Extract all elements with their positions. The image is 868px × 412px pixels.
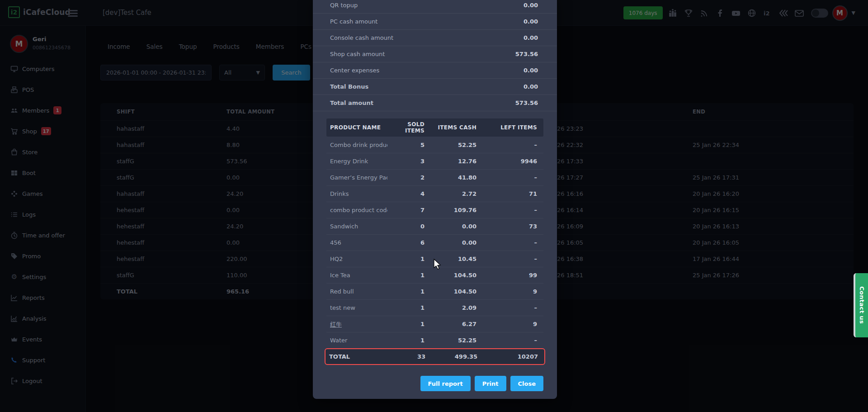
summary-value: 0.00 (524, 83, 538, 90)
cell-product-name: HQ2 (326, 256, 387, 262)
summary-row: Console cash amount 0.00 (313, 30, 557, 46)
product-row: Water 1 52.25 – (326, 332, 543, 348)
product-row: Sandwich 0 0.00 73 (326, 218, 543, 234)
product-row: Red bull 1 104.50 9 (326, 283, 543, 299)
summary-row: QR topup 0.00 (313, 0, 557, 14)
cell-product-name: Red bull (326, 288, 387, 295)
cell-sold: 7 (387, 207, 428, 213)
cell-cash: 52.25 (428, 142, 480, 148)
summary-label: Center expenses (330, 67, 379, 74)
cell-product-name: Water (326, 337, 387, 344)
print-button[interactable]: Print (475, 376, 506, 391)
cell-sold: 1 (387, 337, 428, 344)
cell-left: 9 (480, 321, 543, 327)
cell-product-name: Gamer’s Energy Pack (326, 174, 387, 181)
cell-sold: 0 (387, 223, 428, 230)
cell-sold: 5 (387, 142, 428, 148)
cell-sold: 3 (387, 158, 428, 165)
cell-left: – (480, 174, 543, 181)
product-row: HQ2 1 10.45 – (326, 251, 543, 267)
close-button[interactable]: Close (510, 376, 543, 391)
cell-cash: 0.00 (428, 223, 480, 230)
summary-row: Center expenses 0.00 (313, 62, 557, 79)
total-sold: 33 (388, 353, 429, 360)
product-row: test new 1 2.09 – (326, 299, 543, 316)
total-left: 10207 (481, 353, 544, 360)
cell-left: – (480, 256, 543, 262)
col-header-sold-items: SOLD ITEMS (387, 121, 428, 134)
contact-us-label: Contact us (859, 286, 865, 324)
product-total-row-highlighted: TOTAL 33 499.35 10207 (325, 348, 545, 365)
product-table-body: Combo drink product code 5 52.25 – Energ… (326, 137, 543, 348)
summary-label: QR topup (330, 2, 358, 9)
cell-product-name: 红牛 (326, 320, 387, 328)
cell-left: 71 (480, 190, 543, 197)
cell-left: – (480, 207, 543, 213)
product-row: combo product code 7 109.76 – (326, 202, 543, 218)
summary-value: 573.56 (515, 51, 538, 57)
summary-value: 573.56 (515, 99, 538, 106)
product-table-header: PRODUCT NAME SOLD ITEMS ITEMS CASH LEFT … (326, 118, 543, 137)
cell-product-name: Sandwich (326, 223, 387, 230)
product-row: 红牛 1 6.27 9 (326, 316, 543, 332)
cell-cash: 104.50 (428, 288, 480, 295)
cell-cash: 2.72 (428, 190, 480, 197)
product-row: Ice Tea 1 104.50 99 (326, 267, 543, 283)
summary-row: Total amount 573.56 (313, 95, 557, 111)
total-label: TOTAL (326, 353, 388, 360)
cell-cash: 41.80 (428, 174, 480, 181)
summary-label: Console cash amount (330, 34, 393, 41)
cell-sold: 6 (387, 239, 428, 246)
cell-left: – (480, 239, 543, 246)
cell-product-name: 456 (326, 239, 387, 246)
summary-label: Shop cash amount (330, 51, 385, 57)
cell-product-name: test new (326, 304, 387, 311)
cell-sold: 1 (387, 256, 428, 262)
cell-left: – (480, 337, 543, 344)
cell-sold: 4 (387, 190, 428, 197)
contact-us-tab[interactable]: Contact us (854, 273, 868, 337)
cell-sold: 1 (387, 304, 428, 311)
cell-sold: 1 (387, 272, 428, 279)
cell-left: 9 (480, 288, 543, 295)
summary-value: 0.00 (524, 18, 538, 25)
summary-value: 0.00 (524, 34, 538, 41)
cell-cash: 52.25 (428, 337, 480, 344)
summary-value: 0.00 (524, 2, 538, 9)
product-row: Gamer’s Energy Pack 2 41.80 – (326, 169, 543, 185)
cell-left: – (480, 142, 543, 148)
product-row: Drinks 4 2.72 71 (326, 185, 543, 202)
app-root: i2 iCafeCloud [dev]Test Cafe 1076 days (0, 0, 868, 412)
cell-left: 73 (480, 223, 543, 230)
summary-row: PC cash amount 0.00 (313, 14, 557, 30)
summary-label: PC cash amount (330, 18, 377, 25)
cell-left: 9946 (480, 158, 543, 165)
summary-row: Total Bonus 0.00 (313, 79, 557, 95)
product-table: PRODUCT NAME SOLD ITEMS ITEMS CASH LEFT … (326, 118, 543, 365)
product-row: 456 6 0.00 – (326, 234, 543, 251)
cell-product-name: Energy Drink (326, 158, 387, 165)
col-header-items-cash: ITEMS CASH (428, 124, 480, 131)
modal-summary: QR topup 0.00 PC cash amount 0.00 Consol… (313, 0, 557, 111)
cell-cash: 109.76 (428, 207, 480, 213)
cell-product-name: Ice Tea (326, 272, 387, 279)
product-row: Energy Drink 3 12.76 9946 (326, 153, 543, 169)
cell-left: – (480, 304, 543, 311)
summary-label: Total Bonus (330, 83, 368, 90)
summary-value: 0.00 (524, 67, 538, 74)
cell-cash: 2.09 (428, 304, 480, 311)
summary-row: Shop cash amount 573.56 (313, 46, 557, 62)
full-report-button[interactable]: Full report (420, 376, 471, 391)
col-header-product-name: PRODUCT NAME (326, 124, 387, 131)
cell-product-name: Drinks (326, 190, 387, 197)
modal-footer: Full report Print Close (326, 376, 543, 391)
cell-sold: 1 (387, 288, 428, 295)
summary-label: Total amount (330, 99, 373, 106)
total-cash: 499.35 (429, 353, 481, 360)
product-row: Combo drink product code 5 52.25 – (326, 137, 543, 153)
cell-cash: 0.00 (428, 239, 480, 246)
cell-cash: 12.76 (428, 158, 480, 165)
shift-report-modal: QR topup 0.00 PC cash amount 0.00 Consol… (313, 0, 557, 399)
cell-product-name: combo product code (326, 207, 387, 213)
cell-product-name: Combo drink product code (326, 142, 387, 148)
